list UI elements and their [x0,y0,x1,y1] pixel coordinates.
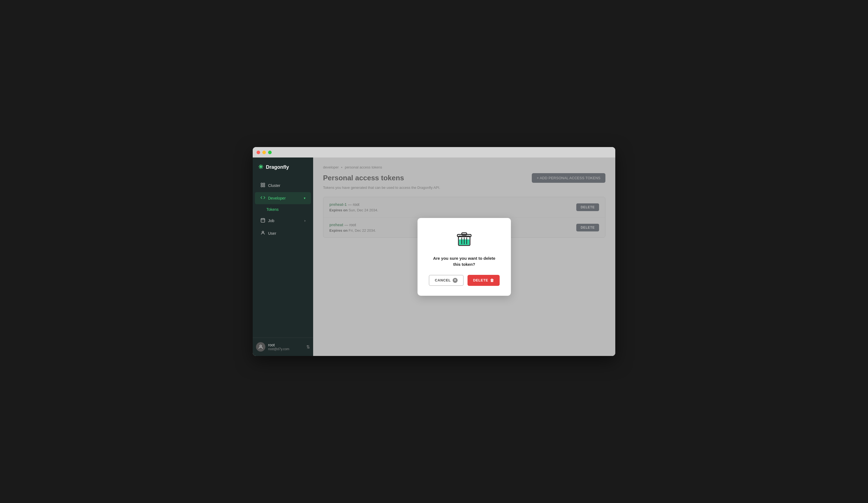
sidebar: ✳ Dragonfly Cluster [253,158,313,356]
modal-delete-trash-icon: 🗑 [490,278,494,283]
username: root [268,343,303,347]
user-expand-icon[interactable]: ⇅ [306,344,310,350]
dragonfly-icon: ✳ [258,163,263,171]
user-icon [260,230,265,237]
svg-rect-4 [261,219,265,222]
modal-cancel-button[interactable]: CANCEL ✕ [429,275,464,286]
sidebar-item-user[interactable]: User [255,227,311,239]
sidebar-item-job-label: Job [268,219,275,223]
sidebar-navigation: Cluster Developer ▾ Tokens [253,176,313,338]
modal-message: Are you sure you want to delete this tok… [431,255,498,268]
user-email: root@d7y.com [268,347,303,351]
developer-sub-nav: Tokens [253,205,313,214]
sidebar-item-developer[interactable]: Developer ▾ [255,192,311,204]
main-content: developer ● personal access tokens Perso… [313,158,615,356]
sidebar-item-cluster[interactable]: Cluster [255,180,311,192]
traffic-lights [257,151,272,154]
sidebar-item-tokens[interactable]: Tokens [253,205,313,214]
titlebar [253,147,615,158]
modal-trash-icon [455,229,474,249]
developer-arrow-icon: ▾ [304,196,306,200]
sidebar-item-job[interactable]: Job › [255,215,311,227]
modal-overlay: Are you sure you want to delete this tok… [313,158,615,356]
svg-point-9 [260,345,262,347]
sidebar-user-footer[interactable]: root root@d7y.com ⇅ [253,338,313,356]
sidebar-item-cluster-label: Cluster [268,183,280,188]
close-button[interactable] [257,151,260,154]
modal-delete-button[interactable]: DELETE 🗑 [467,275,500,286]
delete-confirm-modal: Are you sure you want to delete this tok… [417,218,511,296]
app-name: Dragonfly [266,164,289,170]
cancel-x-icon: ✕ [453,278,458,283]
svg-rect-2 [261,185,262,187]
sidebar-logo: ✳ Dragonfly [253,158,313,176]
app-window: ✳ Dragonfly Cluster [253,147,615,356]
svg-rect-3 [264,185,265,187]
app-body: ✳ Dragonfly Cluster [253,158,615,356]
sidebar-item-developer-label: Developer [268,196,286,200]
avatar [256,342,265,352]
svg-rect-1 [264,183,265,184]
maximize-button[interactable] [268,151,272,154]
svg-rect-13 [462,233,467,235]
svg-point-8 [262,231,264,233]
modal-actions: CANCEL ✕ DELETE 🗑 [431,275,498,286]
job-icon [260,218,265,224]
svg-rect-0 [261,183,262,184]
job-arrow-icon: › [304,219,306,223]
cluster-icon [260,182,265,189]
cancel-label: CANCEL [435,278,451,282]
tokens-label: Tokens [267,207,279,212]
user-info: root root@d7y.com [268,343,303,351]
minimize-button[interactable] [262,151,266,154]
sidebar-item-user-label: User [268,231,276,235]
developer-icon [260,195,265,201]
modal-delete-label: DELETE [473,278,488,282]
